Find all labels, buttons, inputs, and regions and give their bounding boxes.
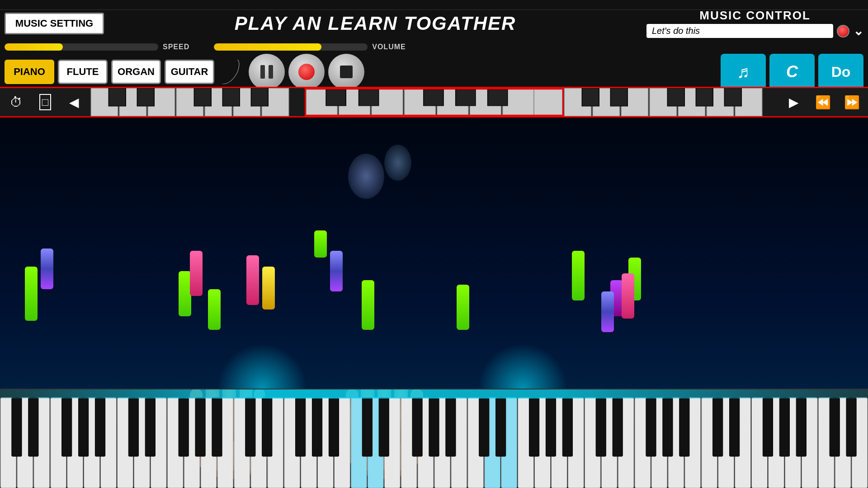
svg-rect-121 <box>296 398 306 456</box>
svg-rect-132 <box>546 398 556 456</box>
svg-rect-24 <box>487 89 507 106</box>
note-bar-11 <box>457 285 469 330</box>
svg-rect-19 <box>534 89 562 115</box>
speed-slider-track[interactable] <box>5 43 158 51</box>
svg-rect-128 <box>446 398 456 456</box>
svg-rect-111 <box>62 398 72 456</box>
svg-rect-115 <box>145 398 155 456</box>
svg-rect-141 <box>763 398 773 456</box>
solfege-do-button[interactable]: Do <box>818 54 863 90</box>
solfege-c-label: C <box>786 62 798 81</box>
record-button[interactable] <box>288 54 325 90</box>
note-bar-16 <box>601 291 614 332</box>
pause-button[interactable] <box>249 54 285 90</box>
next-icon: ▶ <box>789 95 799 110</box>
svg-rect-125 <box>379 398 389 456</box>
note-bar-7 <box>262 267 275 310</box>
next-section-button[interactable]: ▶ <box>781 90 807 114</box>
piano-segment-left <box>90 88 305 116</box>
svg-rect-7 <box>108 88 126 106</box>
record-icon <box>298 64 315 80</box>
note-bar-8 <box>314 230 327 258</box>
speed-slider-container: SPEED <box>5 43 189 51</box>
piano-segment-middle <box>305 88 564 116</box>
svg-rect-130 <box>496 398 506 456</box>
music-control-bar: Let's do this ⌄ <box>646 23 863 38</box>
volume-label: VOLUME <box>372 43 406 51</box>
svg-rect-119 <box>245 398 255 456</box>
volume-slider-track[interactable] <box>214 43 368 51</box>
prev-section-button[interactable]: ◀ <box>61 90 87 114</box>
fullscreen-icon: □ <box>39 94 52 110</box>
svg-rect-143 <box>796 398 806 456</box>
stop-button[interactable] <box>328 54 364 90</box>
music-control-section: MUSIC CONTROL Let's do this ⌄ <box>646 13 863 34</box>
svg-rect-11 <box>251 88 268 106</box>
svg-rect-136 <box>646 398 656 456</box>
svg-rect-139 <box>713 398 723 456</box>
dropdown-arrow[interactable]: ⌄ <box>853 23 863 38</box>
music-setting-button[interactable]: MUSIC SETTING <box>5 13 104 34</box>
svg-rect-36 <box>724 88 741 106</box>
game-area: Generate white keys <box>0 117 868 488</box>
music-note-button[interactable]: ♬ <box>721 54 766 90</box>
guitar-button[interactable]: GUITAR <box>165 60 214 84</box>
svg-rect-144 <box>830 398 840 456</box>
note-bar-3 <box>179 271 191 316</box>
svg-rect-20 <box>326 89 346 106</box>
song-name-display: Let's do this <box>646 24 833 38</box>
svg-rect-137 <box>663 398 673 456</box>
pause-icon <box>260 65 273 79</box>
svg-rect-112 <box>79 398 89 456</box>
svg-rect-114 <box>128 398 138 456</box>
fast-forward-button[interactable]: ⏩ <box>839 90 864 114</box>
note-bar-12 <box>572 251 585 300</box>
flute-button[interactable]: FLUTE <box>58 60 108 84</box>
music-control-title: MUSIC CONTROL <box>646 9 863 23</box>
svg-rect-126 <box>412 398 422 456</box>
svg-rect-142 <box>779 398 789 456</box>
svg-rect-10 <box>222 88 240 106</box>
piano-button[interactable]: PIANO <box>5 60 54 84</box>
prev-icon: ◀ <box>69 95 79 110</box>
svg-rect-129 <box>479 398 489 456</box>
svg-rect-122 <box>312 398 322 456</box>
fast-forward-icon: ⏩ <box>844 95 860 110</box>
music-note-icon: ♬ <box>737 62 750 82</box>
piano-segment-right <box>564 88 778 116</box>
svg-rect-127 <box>429 398 439 456</box>
piano-keys-container <box>90 88 778 116</box>
svg-rect-135 <box>613 398 623 456</box>
timer-icon: ⏱ <box>10 95 23 110</box>
volume-slider-container: VOLUME <box>214 43 406 51</box>
rewind-button[interactable]: ⏪ <box>810 90 835 114</box>
rewind-icon: ⏪ <box>815 95 831 110</box>
piano-keys-svg <box>0 389 868 488</box>
svg-rect-120 <box>262 398 272 456</box>
svg-rect-146 <box>0 389 868 399</box>
bottom-piano: Generate white keys <box>0 389 868 488</box>
svg-rect-124 <box>362 398 372 456</box>
svg-rect-8 <box>137 88 154 106</box>
note-bar-4 <box>190 251 203 296</box>
svg-rect-116 <box>179 398 189 456</box>
svg-rect-117 <box>195 398 205 456</box>
fullscreen-button[interactable]: □ <box>33 90 58 114</box>
solfege-c-button[interactable]: C <box>769 54 815 90</box>
organ-button[interactable]: ORGAN <box>111 60 161 84</box>
svg-rect-21 <box>359 89 378 106</box>
svg-rect-138 <box>679 398 689 456</box>
svg-rect-145 <box>846 398 856 456</box>
timer-button[interactable]: ⏱ <box>4 90 29 114</box>
svg-rect-33 <box>610 88 627 106</box>
note-bar-15 <box>622 273 634 319</box>
falling-notes-area: Generate white keys <box>0 117 868 488</box>
note-bar-6 <box>246 255 259 305</box>
svg-rect-113 <box>95 398 105 456</box>
svg-rect-32 <box>582 88 599 106</box>
speed-slider-fill <box>5 43 63 51</box>
svg-rect-140 <box>730 398 740 456</box>
pause-bar-right <box>269 65 273 79</box>
svg-rect-110 <box>28 398 38 456</box>
svg-rect-133 <box>562 398 572 456</box>
